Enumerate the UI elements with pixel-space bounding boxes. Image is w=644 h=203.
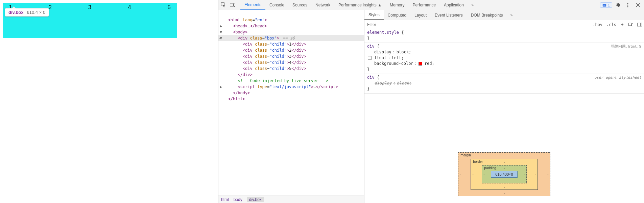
property-toggle-checkbox[interactable] [368, 56, 372, 60]
dom-node[interactable] [218, 11, 364, 17]
inspect-tooltip: div.box 610.4 × 0 [5, 8, 49, 17]
device-toolbar-button[interactable] [228, 0, 237, 10]
styles-subtab[interactable]: Styles [364, 10, 384, 20]
dom-node[interactable]: </div> [218, 72, 364, 78]
devtools-panel: ElementsConsoleSourcesNetworkPerformance… [218, 0, 644, 203]
styles-subtab[interactable]: Computed [384, 10, 410, 20]
inspect-element-button[interactable] [218, 0, 228, 10]
dom-node[interactable]: <div class="child">5</div> [218, 66, 364, 72]
rendered-page: 12345 div.box 610.4 × 0 [0, 0, 218, 203]
child-item: 3 [88, 4, 91, 11]
kebab-menu-button[interactable] [623, 0, 633, 10]
bm-padding-label: padding [484, 166, 496, 170]
more-subtabs-button[interactable]: » [508, 10, 515, 20]
svg-rect-9 [637, 23, 642, 26]
dom-node[interactable]: <div class="child">3</div> [218, 53, 364, 59]
settings-button[interactable] [613, 0, 622, 10]
devtools-tab[interactable]: Performance insights ▲ [334, 0, 386, 10]
dom-node[interactable]: <html lang="en"> [218, 17, 364, 23]
dom-breadcrumbs[interactable]: htmlbodydiv.box [218, 196, 364, 203]
elements-panel: <html lang="en">▶ <head>…</head>▼ <body>… [218, 10, 364, 203]
bm-content-size: 610.400×0 [491, 171, 517, 178]
svg-point-6 [627, 6, 628, 7]
styles-filter-row: :hov .cls ＋ [364, 20, 644, 29]
child-item: 5 [168, 4, 171, 11]
dom-node[interactable]: ▼ <body> [218, 29, 364, 35]
svg-point-4 [627, 3, 628, 4]
svg-rect-1 [230, 3, 233, 6]
dom-node[interactable]: <div class="child">1</div> [218, 41, 364, 47]
devtools-toolbar: ElementsConsoleSourcesNetworkPerformance… [218, 0, 644, 10]
dom-node[interactable]: ▶ <head>…</head> [218, 23, 364, 29]
new-style-rule-button[interactable]: ＋ [618, 22, 626, 27]
close-devtools-button[interactable] [633, 0, 643, 10]
devtools-tab[interactable]: Memory [386, 0, 408, 10]
devtools-tab[interactable]: Application [440, 0, 468, 10]
styles-filter-input[interactable] [364, 22, 591, 27]
dom-node[interactable]: <div class="child">4</div> [218, 59, 364, 66]
dom-node[interactable]: </html> [218, 96, 364, 102]
svg-rect-8 [632, 23, 633, 26]
more-tabs-button[interactable]: » [468, 0, 477, 10]
devtools-tab[interactable]: Elements [240, 0, 265, 10]
breadcrumb-item[interactable]: html [221, 197, 229, 202]
devtools-tab[interactable]: Sources [288, 0, 311, 10]
dom-node[interactable]: <!-- Code injected by live-server --> [218, 78, 364, 84]
breadcrumb-item[interactable]: div.box [247, 197, 264, 202]
css-rule[interactable]: div {user agent stylesheetdisplay: block… [364, 74, 644, 94]
devtools-tab[interactable]: Network [311, 0, 334, 10]
css-rule[interactable]: div {塌陷问题.html:9display: block;float: le… [364, 43, 644, 74]
dom-node[interactable]: ▶ <script type="text/javascript">…</scri… [218, 84, 364, 90]
bm-margin-label: margin [460, 153, 471, 157]
styles-panel: StylesComputedLayoutEvent ListenersDOM B… [364, 10, 644, 203]
svg-point-5 [627, 4, 628, 5]
breadcrumb-item[interactable]: body [234, 197, 242, 202]
devtools-tab[interactable]: Performance [408, 0, 440, 10]
svg-rect-2 [234, 4, 235, 6]
cls-toggle[interactable]: .cls [604, 22, 618, 27]
styles-subtab[interactable]: Event Listeners [431, 10, 467, 20]
dom-node[interactable]: ⋯▼ <div class="box">== $0 [218, 35, 364, 41]
css-rule[interactable]: element.style {} [364, 29, 644, 43]
svg-rect-3 [603, 4, 606, 7]
tooltip-dimensions: 610.4 × 0 [27, 10, 46, 15]
dom-node[interactable]: </body> [218, 90, 364, 96]
style-rules[interactable]: element.style {}div {塌陷问题.html:9display:… [364, 29, 644, 146]
dom-node[interactable]: <div class="child">2</div> [218, 47, 364, 53]
dom-tree[interactable]: <html lang="en">▶ <head>…</head>▼ <body>… [218, 10, 364, 196]
styles-subtab[interactable]: Layout [410, 10, 431, 20]
color-swatch[interactable] [419, 62, 422, 66]
tooltip-selector: div.box [8, 10, 24, 15]
bm-border-label: border [473, 160, 483, 163]
svg-rect-7 [628, 23, 631, 26]
box-model-diagram: margin - - - - border - - - - padding - [364, 146, 644, 203]
styles-subtab[interactable]: DOM Breakpoints [467, 10, 507, 20]
devtools-tab[interactable]: Console [265, 0, 288, 10]
issues-count: 1 [608, 3, 610, 7]
child-item: 4 [128, 4, 131, 11]
device-emulation-icon[interactable] [626, 23, 635, 27]
issues-badge[interactable]: 1 [600, 2, 612, 8]
toggle-sidebar-icon[interactable] [635, 23, 644, 27]
hov-toggle[interactable]: :hov [591, 22, 604, 27]
